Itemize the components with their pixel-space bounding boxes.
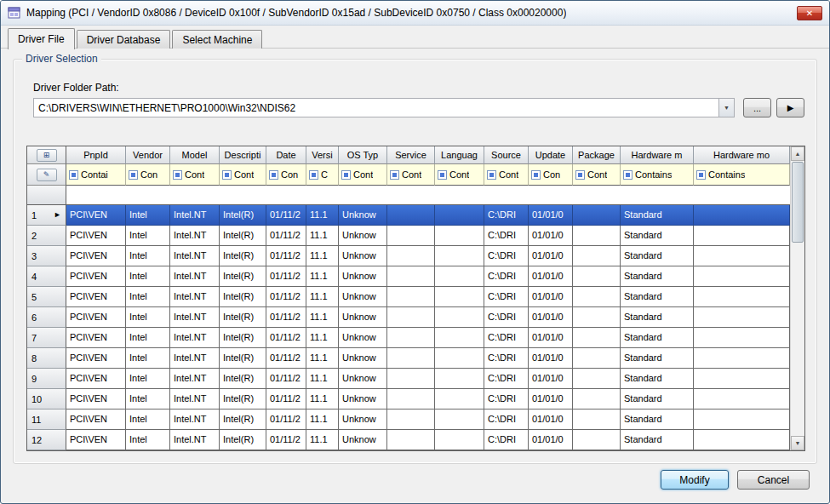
tab-driver-file[interactable]: Driver File	[8, 28, 75, 49]
grid-cell[interactable]: Unknow	[339, 246, 387, 266]
grid-cell[interactable]	[694, 266, 790, 287]
grid-cell[interactable]	[694, 205, 790, 226]
grid-cell[interactable]	[435, 246, 484, 266]
grid-cell[interactable]	[694, 389, 790, 410]
grid-cell[interactable]: 11.1	[306, 410, 339, 430]
filter-cell[interactable]: Contai	[66, 164, 126, 186]
grid-cell[interactable]: 01/11/2	[266, 287, 306, 307]
grid-cell[interactable]: PCI\VEN	[66, 328, 126, 348]
row-header[interactable]: 9	[27, 369, 66, 389]
grid-cell[interactable]: 01/11/2	[266, 328, 306, 348]
grid-cell[interactable]	[435, 348, 484, 369]
grid-cell[interactable]: Intel	[126, 205, 170, 226]
grid-cell[interactable]: Intel	[126, 226, 170, 246]
grid-cell[interactable]: 01/11/2	[266, 369, 306, 389]
grid-cell[interactable]: PCI\VEN	[66, 287, 126, 307]
grid-cell[interactable]: PCI\VEN	[66, 246, 126, 266]
grid-cell[interactable]: 11.1	[306, 287, 339, 307]
filter-cell[interactable]: Cont	[339, 164, 387, 186]
browse-button[interactable]: ...	[743, 98, 771, 117]
driver-folder-path-input[interactable]	[34, 99, 718, 117]
grid-cell[interactable]: Standard	[621, 348, 694, 369]
grid-cell[interactable]: Unknow	[339, 348, 387, 369]
filter-cell[interactable]: Cont	[170, 164, 220, 186]
grid-cell[interactable]: Intel.NT	[170, 287, 220, 307]
filter-cell[interactable]: Contains	[694, 164, 790, 186]
grid-cell[interactable]: Intel.NT	[170, 205, 220, 226]
row-header[interactable]: 4	[27, 266, 66, 287]
column-header[interactable]: Service	[387, 146, 435, 164]
grid-cell[interactable]: Standard	[621, 328, 694, 348]
grid-cell[interactable]: 11.1	[306, 389, 339, 410]
grid-cell[interactable]	[387, 226, 435, 246]
grid-cell[interactable]	[435, 205, 484, 226]
grid-cell[interactable]	[573, 410, 621, 430]
grid-cell[interactable]	[387, 410, 435, 430]
grid-row[interactable]: 10PCI\VENIntelIntel.NTIntel(R)01/11/211.…	[27, 389, 790, 410]
grid-cell[interactable]	[694, 307, 790, 328]
grid-cell[interactable]: 01/11/2	[266, 348, 306, 369]
grid-cell[interactable]	[573, 348, 621, 369]
row-header[interactable]: 11	[27, 410, 66, 430]
grid-cell[interactable]: Unknow	[339, 389, 387, 410]
filter-cell[interactable]: Con	[266, 164, 306, 186]
filter-row-button[interactable]: ✎	[37, 169, 57, 181]
grid-cell[interactable]: 01/01/0	[529, 205, 573, 226]
grid-cell[interactable]	[573, 205, 621, 226]
grid-cell[interactable]: 01/01/0	[529, 226, 573, 246]
grid-cell[interactable]: 11.1	[306, 226, 339, 246]
grid-cell[interactable]: C:\DRI	[484, 246, 529, 266]
grid-cell[interactable]	[694, 348, 790, 369]
grid-cell[interactable]: 01/01/0	[529, 430, 573, 450]
grid-cell[interactable]: Standard	[621, 389, 694, 410]
grid-cell[interactable]: Unknow	[339, 430, 387, 450]
column-header[interactable]: Date	[266, 146, 306, 164]
row-header[interactable]: 3	[27, 246, 66, 266]
grid-cell[interactable]	[435, 430, 484, 450]
grid-cell[interactable]: Intel	[126, 430, 170, 450]
run-button[interactable]: ▶	[776, 98, 804, 117]
grid-cell[interactable]: C:\DRI	[484, 287, 529, 307]
grid-row[interactable]: 1►PCI\VENIntelIntel.NTIntel(R)01/11/211.…	[27, 205, 790, 226]
grid-cell[interactable]: Intel.NT	[170, 430, 220, 450]
column-header[interactable]: Hardware m	[621, 146, 694, 164]
grid-row[interactable]: 6PCI\VENIntelIntel.NTIntel(R)01/11/211.1…	[27, 307, 790, 328]
grid-cell[interactable]: Intel	[126, 369, 170, 389]
grid-cell[interactable]: C:\DRI	[484, 430, 529, 450]
row-header[interactable]: 6	[27, 307, 66, 328]
grid-cell[interactable]	[387, 348, 435, 369]
grid-cell[interactable]: 11.1	[306, 348, 339, 369]
filter-cell[interactable]: Con	[529, 164, 573, 186]
grid-cell[interactable]: Intel(R)	[220, 205, 266, 226]
grid-cell[interactable]: PCI\VEN	[66, 226, 126, 246]
grid-cell[interactable]: Intel	[126, 246, 170, 266]
grid-cell[interactable]: C:\DRI	[484, 328, 529, 348]
grid-cell[interactable]: PCI\VEN	[66, 307, 126, 328]
grid-row[interactable]: 4PCI\VENIntelIntel.NTIntel(R)01/11/211.1…	[27, 266, 790, 287]
grid-cell[interactable]: PCI\VEN	[66, 369, 126, 389]
combo-dropdown-button[interactable]: ▼	[718, 99, 734, 117]
grid-cell[interactable]: 01/11/2	[266, 205, 306, 226]
filter-cell[interactable]: C	[306, 164, 339, 186]
grid-cell[interactable]: Standard	[621, 410, 694, 430]
grid-cell[interactable]	[387, 266, 435, 287]
grid-cell[interactable]: 01/11/2	[266, 266, 306, 287]
grid-cell[interactable]	[694, 369, 790, 389]
grid-cell[interactable]: Intel.NT	[170, 348, 220, 369]
grid-cell[interactable]: Intel.NT	[170, 369, 220, 389]
grid-row[interactable]: 9PCI\VENIntelIntel.NTIntel(R)01/11/211.1…	[27, 369, 790, 389]
grid-cell[interactable]: Intel	[126, 328, 170, 348]
column-header[interactable]: Vendor	[126, 146, 170, 164]
column-header[interactable]: OS Typ	[339, 146, 387, 164]
grid-cell[interactable]	[387, 389, 435, 410]
grid-cell[interactable]: Intel	[126, 389, 170, 410]
scroll-up-button[interactable]: ▲	[791, 146, 804, 161]
grid-cell[interactable]: Intel(R)	[220, 307, 266, 328]
grid-cell[interactable]	[387, 430, 435, 450]
grid-cell[interactable]: 01/01/0	[529, 410, 573, 430]
grid-cell[interactable]	[573, 430, 621, 450]
grid-cell[interactable]	[435, 226, 484, 246]
tab-select-machine[interactable]: Select Machine	[172, 30, 262, 49]
grid-row[interactable]: 7PCI\VENIntelIntel.NTIntel(R)01/11/211.1…	[27, 328, 790, 348]
grid-cell[interactable]: 01/01/0	[529, 307, 573, 328]
